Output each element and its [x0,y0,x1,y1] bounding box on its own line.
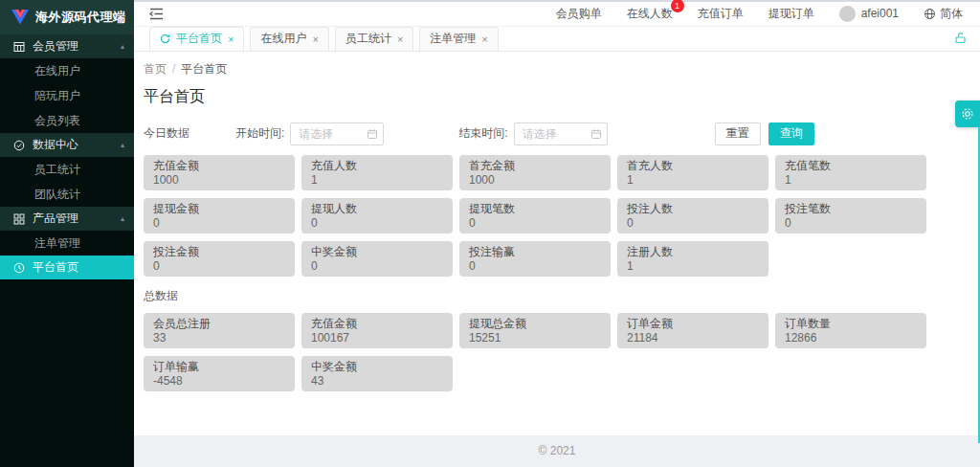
breadcrumb: 首页/平台首页 [144,61,965,78]
breadcrumb-separator: / [172,62,175,76]
stat-label: 充值人数 [311,159,443,173]
close-icon[interactable]: × [228,33,234,45]
sidebar-item-label: 陪玩用户 [34,88,80,104]
tab-staff-stats[interactable]: 员工统计 × [335,27,413,51]
stat-label: 提现总金额 [469,317,601,331]
query-button[interactable]: 查询 [768,122,814,145]
end-time-label: 结束时间: [458,125,507,142]
tab-bet-orders[interactable]: 注单管理 × [419,27,498,51]
stat-card: 提现总金额 15251 [459,313,611,348]
close-icon[interactable]: × [481,33,487,45]
stat-card: 会员总注册 33 [144,313,295,348]
stat-card: 充值人数 1 [301,155,453,190]
start-date-picker[interactable] [290,122,384,145]
close-icon[interactable]: × [397,33,403,45]
stat-card: 提现人数 0 [301,198,453,234]
online-count-label: 在线人数 [627,7,673,20]
reset-button[interactable]: 重置 [715,122,761,145]
avatar [839,6,856,22]
username: afei001 [861,7,899,20]
tab-platform-home[interactable]: 平台首页 × [149,27,244,51]
sidebar-item-label: 团队统计 [34,187,80,203]
today-section-label: 今日数据 [144,125,189,142]
sidebar-item-member-list[interactable]: 会员列表 [0,108,134,133]
clock-icon [13,262,25,274]
sidebar-item-label: 平台首页 [33,259,78,276]
sidebar-item-platform-home[interactable]: 平台首页 [0,256,134,279]
end-date-input[interactable] [514,122,608,145]
stat-card: 订单输赢 -4548 [144,356,295,391]
table-grid-icon [13,41,25,53]
today-stats-grid: 充值金额 1000 充值人数 1 首充金额 1000 首充人数 [144,155,965,277]
page-title: 平台首页 [144,87,965,107]
stat-value: 0 [785,216,917,231]
stat-card: 投注人数 0 [617,198,768,234]
sidebar-group-data-center[interactable]: 数据中心 ▴ [0,133,134,157]
stat-value: 0 [311,259,443,274]
stat-value: 1 [627,259,759,274]
sidebar-item-team-stats[interactable]: 团队统计 [0,182,134,207]
start-time-label: 开始时间: [235,125,284,142]
stat-card: 订单数量 12866 [775,313,926,348]
menu-fold-icon[interactable] [149,8,164,20]
stat-label: 充值金额 [153,159,285,173]
stat-label: 订单数量 [785,317,917,331]
top-header: 会员购单 在线人数 1 充值订单 提现订单 afei001 简体 [134,0,980,27]
total-stats-grid: 会员总注册 33 充值金额 100167 提现总金额 15251 订单 [144,313,965,391]
sidebar-group-member-management[interactable]: 会员管理 ▴ [0,34,134,58]
stat-label: 中奖金额 [311,360,443,374]
main-area: 会员购单 在线人数 1 充值订单 提现订单 afei001 简体 [134,0,980,467]
sidebar-group-product-management[interactable]: 产品管理 ▴ [0,207,134,231]
stat-card: 投注笔数 0 [775,198,926,234]
stat-label: 投注输赢 [469,245,601,259]
sidebar-item-online-users[interactable]: 在线用户 [0,58,134,83]
stat-card: 中奖金额 0 [301,241,453,277]
stat-value: 1 [311,173,443,188]
user-menu[interactable]: afei001 [839,6,899,22]
stat-value: 33 [153,331,285,345]
stat-card: 投注金额 0 [144,241,295,277]
link-online-count[interactable]: 在线人数 1 [627,6,673,22]
check-circle-icon [13,140,25,151]
tab-online-users[interactable]: 在线用户 × [250,27,328,51]
sidebar-item-companion-users[interactable]: 陪玩用户 [0,83,134,108]
logo-text: 海外源码代理端 [35,9,126,26]
sidebar-item-label: 员工统计 [34,162,80,178]
breadcrumb-home[interactable]: 首页 [144,62,167,76]
sidebar-item-bet-orders[interactable]: 注单管理 [0,231,134,256]
language-switcher[interactable]: 简体 [924,6,963,22]
link-withdrawal-orders[interactable]: 提现订单 [768,6,814,22]
stat-value: 0 [469,259,601,274]
page-content: 首页/平台首页 平台首页 今日数据 开始时间: 结束时间: [134,52,980,391]
start-date-input[interactable] [290,122,384,145]
stat-label: 会员总注册 [153,317,285,331]
sidebar-group-label: 会员管理 [33,38,78,55]
app-window: 海外源码代理端 会员管理 ▴ 在线用户 陪玩用户 会员列表 [0,0,980,467]
close-icon[interactable]: × [312,33,318,45]
language-label: 简体 [940,6,963,22]
stat-label: 提现笔数 [469,202,601,216]
settings-gear-button[interactable] [955,100,980,127]
sidebar-menu: 会员管理 ▴ 在线用户 陪玩用户 会员列表 数据中心 ▴ 员工统计 [0,34,134,279]
sidebar-item-staff-stats[interactable]: 员工统计 [0,157,134,182]
sidebar: 海外源码代理端 会员管理 ▴ 在线用户 陪玩用户 会员列表 [0,0,134,467]
refresh-icon[interactable] [160,33,170,44]
link-member-purchase-orders[interactable]: 会员购单 [556,6,602,22]
stat-label: 订单输赢 [153,360,285,374]
link-recharge-orders[interactable]: 充值订单 [698,6,744,22]
end-date-picker[interactable] [514,122,608,145]
stat-label: 投注人数 [627,202,759,216]
notification-badge: 1 [671,0,684,12]
stat-value: 1 [627,173,759,188]
tab-label: 平台首页 [176,31,222,47]
tab-bar: 平台首页 × 在线用户 × 员工统计 × 注单管理 × [134,27,980,52]
stat-card: 提现笔数 0 [459,198,611,234]
sidebar-item-label: 注单管理 [34,235,80,252]
sidebar-item-label: 在线用户 [34,63,80,79]
logo: 海外源码代理端 [0,0,134,34]
gear-icon [961,107,974,121]
header-actions: 会员购单 在线人数 1 充值订单 提现订单 afei001 简体 [556,6,963,22]
stat-value: 1000 [153,173,285,188]
stat-label: 投注笔数 [785,202,917,216]
unlock-icon[interactable] [954,32,967,44]
